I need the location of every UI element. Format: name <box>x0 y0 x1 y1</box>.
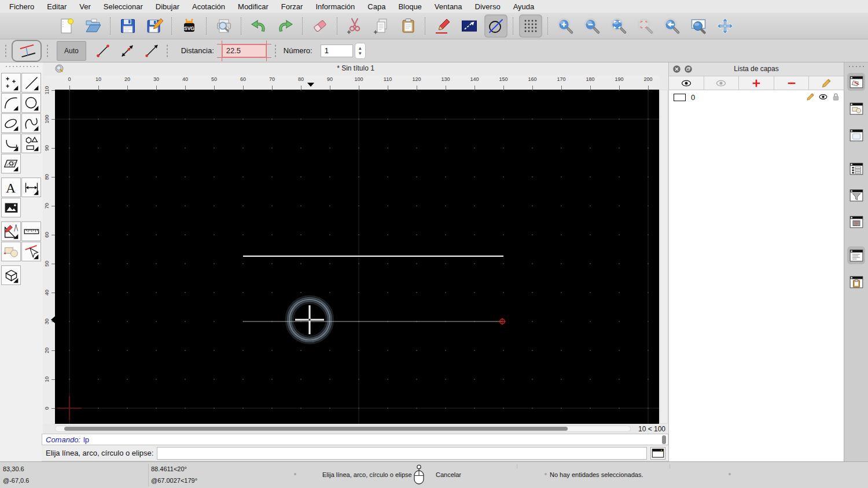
line-both-arrows-button[interactable] <box>115 41 139 61</box>
select-window-button[interactable] <box>458 14 481 38</box>
filter-window-button[interactable] <box>847 186 865 204</box>
ellipse-tool-button[interactable] <box>1 113 21 133</box>
command-history[interactable]: Comando: lp <box>42 434 668 445</box>
ruler-label: 20 <box>124 76 130 82</box>
stepper-down-icon[interactable]: ▼ <box>358 51 362 56</box>
menu-item-dibujar[interactable]: Dibujar <box>149 2 186 11</box>
command-history-scrollbar[interactable] <box>662 435 666 444</box>
show-all-layers-button[interactable] <box>669 76 704 90</box>
keycode-mode-button[interactable] <box>650 447 665 460</box>
info-tool-button[interactable] <box>1 242 21 261</box>
palette-grip[interactable] <box>5 65 38 68</box>
zoom-window-button[interactable] <box>687 14 710 38</box>
line-tool-button[interactable] <box>21 73 41 93</box>
line-endpoints-button[interactable] <box>91 41 115 61</box>
layer-lock-icon[interactable] <box>831 92 841 102</box>
stepper-up-icon[interactable]: ▲ <box>358 46 362 51</box>
drawing-canvas[interactable] <box>55 90 659 424</box>
block-window-button[interactable] <box>847 99 865 117</box>
grid-button[interactable] <box>519 14 542 38</box>
polyline-tool-button[interactable] <box>1 134 21 153</box>
text-tool-button[interactable]: A <box>1 178 21 197</box>
toolbar-grip[interactable] <box>166 44 168 58</box>
auto-snap-button[interactable]: Auto <box>57 41 86 61</box>
menu-item-acotacin[interactable]: Acotación <box>186 2 231 11</box>
menu-item-editar[interactable]: Editar <box>41 2 73 11</box>
draft-mode-button[interactable] <box>484 14 507 38</box>
zoom-previous-button[interactable] <box>660 14 683 38</box>
remove-layer-button[interactable] <box>774 76 810 90</box>
toolbar-grip[interactable] <box>274 44 277 58</box>
plugin-window-button[interactable] <box>847 213 865 231</box>
horizontal-scrollbar-thumb[interactable] <box>64 427 568 431</box>
save-as-button[interactable] <box>143 14 166 38</box>
arc-tool-button[interactable] <box>1 93 21 113</box>
menu-item-forzar[interactable]: Forzar <box>275 2 310 11</box>
drawing-tools-window-button[interactable] <box>847 73 865 91</box>
zoom-out-button[interactable] <box>580 14 604 38</box>
dock-grip[interactable] <box>848 65 865 68</box>
clipboard-window-button[interactable] <box>847 273 865 291</box>
hatch-tool-button[interactable] <box>1 154 21 173</box>
redo-button[interactable] <box>274 14 297 38</box>
circle-tool-button[interactable] <box>21 93 41 113</box>
menu-item-ayuda[interactable]: Ayuda <box>507 2 541 11</box>
image-tool-button[interactable] <box>1 198 21 217</box>
hide-all-layers-button[interactable] <box>704 76 740 90</box>
toolbar-grip[interactable] <box>46 44 49 58</box>
cut-button[interactable] <box>343 14 366 38</box>
menu-item-seleccionar[interactable]: Seleccionar <box>97 2 149 11</box>
layer-list-window-button[interactable] <box>847 160 865 178</box>
edit-layer-icon[interactable] <box>806 92 815 102</box>
menu-item-bloque[interactable]: Bloque <box>392 2 428 11</box>
select-tool-button[interactable] <box>21 242 41 261</box>
parallel-tool-button[interactable] <box>12 40 42 62</box>
layer-visibility-icon[interactable] <box>818 92 828 102</box>
modify-tool-button[interactable] <box>1 221 21 241</box>
svg-export-button[interactable]: SVG <box>178 14 201 38</box>
draw-pen-button[interactable] <box>431 14 454 38</box>
crop-mark <box>266 40 267 61</box>
horizontal-scrollbar[interactable] <box>55 426 631 432</box>
toolbar-grip[interactable] <box>5 44 7 58</box>
toolbar-separator <box>337 17 338 35</box>
number-stepper[interactable]: ▲▼ <box>355 43 366 59</box>
menu-item-capa[interactable]: Capa <box>361 2 392 11</box>
block-tool-button[interactable] <box>1 265 21 285</box>
layer-row[interactable]: 0 <box>669 90 844 105</box>
number-input[interactable] <box>321 45 353 57</box>
crop-mark <box>222 40 222 61</box>
open-file-button[interactable] <box>82 14 105 38</box>
vertical-scrollbar[interactable] <box>660 90 668 424</box>
save-button[interactable] <box>116 14 139 38</box>
menu-item-ver[interactable]: Ver <box>73 2 97 11</box>
polygon-tool-button[interactable] <box>21 134 41 153</box>
copy-button[interactable] <box>370 14 393 38</box>
spline-tool-button[interactable] <box>21 113 41 133</box>
measure-tool-button[interactable] <box>21 221 41 241</box>
distance-input[interactable] <box>222 45 266 57</box>
eraser-button[interactable] <box>308 14 332 38</box>
print-preview-button[interactable] <box>212 14 236 38</box>
undo-button[interactable] <box>247 14 270 38</box>
zoom-pan-button[interactable] <box>713 14 737 38</box>
number-label: Número: <box>284 46 312 55</box>
zoom-in-button[interactable] <box>554 14 577 38</box>
new-file-button[interactable] <box>55 14 78 38</box>
command-window-button[interactable] <box>847 246 865 264</box>
points-tool-button[interactable] <box>1 73 21 93</box>
menu-item-informacin[interactable]: Información <box>309 2 361 11</box>
zoom-auto-button[interactable] <box>607 14 630 38</box>
edit-layer-button[interactable] <box>809 76 844 90</box>
paste-button[interactable] <box>396 14 420 38</box>
menu-item-modificar[interactable]: Modificar <box>231 2 275 11</box>
menu-item-ventana[interactable]: Ventana <box>428 2 469 11</box>
line-arrow-button[interactable] <box>139 41 164 61</box>
menu-item-fichero[interactable]: Fichero <box>3 2 41 11</box>
add-layer-button[interactable] <box>739 76 774 90</box>
library-window-button[interactable] <box>847 126 865 144</box>
dimension-tool-button[interactable] <box>21 178 41 197</box>
grid-status: 10 < 100 <box>638 425 665 433</box>
menu-item-diverso[interactable]: Diverso <box>469 2 507 11</box>
command-input[interactable] <box>157 447 647 460</box>
